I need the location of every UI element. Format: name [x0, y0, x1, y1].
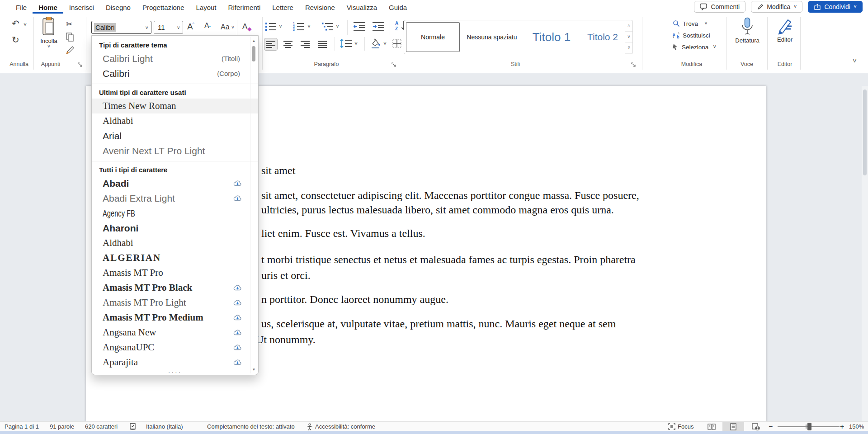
- clear-formatting-button[interactable]: A◆: [242, 22, 252, 31]
- align-center-button[interactable]: [281, 38, 295, 51]
- chevron-down-icon[interactable]: ˅: [279, 24, 282, 29]
- font-item-amasis-mt-pro-black[interactable]: Amasis MT Pro Black: [92, 280, 258, 295]
- dropdown-resize-handle[interactable]: ····: [92, 369, 258, 375]
- style-titolo-1[interactable]: Titolo 1: [524, 22, 579, 52]
- font-item-aharoni[interactable]: Aharoni: [92, 221, 258, 236]
- font-item-algerian[interactable]: ALGERIAN: [92, 250, 258, 265]
- print-layout-view-button[interactable]: [722, 422, 744, 431]
- menu-tab-inserisci[interactable]: Inserisci: [63, 1, 100, 14]
- web-layout-view-button[interactable]: [745, 422, 767, 431]
- share-button[interactable]: Condividi ˅: [808, 1, 863, 13]
- menu-tab-guida[interactable]: Guida: [383, 1, 413, 14]
- font-item-abadi[interactable]: Abadi: [92, 176, 258, 191]
- menu-tab-riferimenti[interactable]: Riferimenti: [222, 1, 267, 14]
- read-mode-view-button[interactable]: [701, 422, 722, 431]
- numbering-button[interactable]: 123: [293, 21, 304, 31]
- document-scrollbar-thumb[interactable]: [863, 90, 867, 175]
- chevron-down-icon[interactable]: ˅: [146, 25, 151, 30]
- font-family-combobox[interactable]: Calibri ˅: [91, 21, 151, 34]
- cut-button[interactable]: ✂: [66, 20, 72, 29]
- zoom-in-button[interactable]: +: [840, 423, 844, 431]
- paragraph-dialog-launcher[interactable]: [392, 62, 396, 67]
- focus-mode-button[interactable]: Focus: [668, 423, 693, 430]
- grow-font-button[interactable]: Aˆ: [187, 22, 194, 32]
- collapse-ribbon-chevron[interactable]: ˅: [853, 59, 857, 63]
- cloud-download-icon[interactable]: [233, 194, 242, 202]
- accessibility-status[interactable]: Accessibilità: conforme: [307, 423, 375, 430]
- font-item-angsanaupc[interactable]: AngsanaUPC: [92, 340, 258, 355]
- word-count-status[interactable]: 91 parole: [50, 423, 74, 430]
- replace-button[interactable]: ab Sostituisci: [673, 32, 710, 39]
- menu-tab-home[interactable]: Home: [33, 1, 63, 14]
- font-item-amasis-mt-pro-medium[interactable]: Amasis MT Pro Medium: [92, 310, 258, 325]
- font-item-avenir-next-lt-pro-light[interactable]: Avenir Next LT Pro Light: [92, 143, 258, 158]
- dropdown-scrollbar-thumb[interactable]: [252, 46, 255, 61]
- scroll-down-arrow[interactable]: ▼: [250, 368, 257, 372]
- chevron-down-icon[interactable]: ˅: [177, 25, 183, 30]
- decrease-indent-button[interactable]: [354, 22, 365, 31]
- cloud-download-icon[interactable]: [233, 344, 242, 351]
- dictate-button[interactable]: Dettatura: [731, 17, 763, 44]
- zoom-slider-thumb[interactable]: [807, 423, 811, 430]
- editing-mode-button[interactable]: Modifica ˅: [751, 1, 802, 13]
- cloud-download-icon[interactable]: [233, 179, 242, 187]
- chevron-down-icon[interactable]: ˅: [336, 24, 339, 29]
- change-case-button[interactable]: Aa˅: [221, 23, 235, 31]
- clipboard-dialog-launcher[interactable]: [78, 62, 83, 67]
- style-normale[interactable]: Normale: [406, 22, 460, 52]
- undo-button[interactable]: ↶: [12, 19, 19, 28]
- font-size-combobox[interactable]: 11 ˅: [154, 21, 183, 34]
- align-right-button[interactable]: [298, 38, 312, 51]
- language-status[interactable]: Italiano (Italia): [146, 423, 183, 430]
- menu-tab-progettazione[interactable]: Progettazione: [137, 1, 190, 14]
- font-item-abadi-extra-light[interactable]: Abadi Extra Light: [92, 191, 258, 206]
- document-scrollbar[interactable]: [862, 86, 868, 422]
- text-completion-status[interactable]: Completamento del testo: attivato: [207, 423, 295, 430]
- chevron-down-icon[interactable]: ˅: [383, 42, 387, 46]
- cloud-download-icon[interactable]: [233, 284, 242, 291]
- menu-tab-visualizza[interactable]: Visualizza: [341, 1, 383, 14]
- chevron-down-icon[interactable]: ˅: [354, 42, 358, 46]
- align-left-button[interactable]: [264, 38, 278, 51]
- style-titolo-2[interactable]: Titolo 2: [581, 22, 624, 52]
- font-item-calibri-light[interactable]: Calibri Light(Titoli): [92, 51, 258, 66]
- font-item-amasis-mt-pro-light[interactable]: Amasis MT Pro Light: [92, 295, 258, 310]
- font-item-calibri[interactable]: Calibri(Corpo): [92, 66, 258, 81]
- cloud-download-icon[interactable]: [233, 299, 242, 306]
- comments-button[interactable]: Commenti: [694, 1, 745, 13]
- styles-expand-gallery[interactable]: ˅: [625, 42, 632, 54]
- font-item-angsana-new[interactable]: Angsana New: [92, 325, 258, 340]
- borders-button[interactable]: [392, 39, 401, 48]
- styles-scroll-down[interactable]: ˅: [625, 32, 632, 43]
- menu-tab-revisione[interactable]: Revisione: [299, 1, 341, 14]
- styles-scroll-up[interactable]: ˄: [625, 20, 632, 32]
- copy-button[interactable]: [66, 33, 74, 42]
- chevron-down-icon[interactable]: ˅: [307, 24, 311, 29]
- page-number-status[interactable]: Pagina 1 di 1: [5, 423, 39, 430]
- redo-button[interactable]: ↻: [12, 35, 19, 44]
- cloud-download-icon[interactable]: [233, 329, 242, 336]
- justify-button[interactable]: [316, 38, 329, 51]
- paste-button[interactable]: Incolla ˅: [36, 16, 61, 49]
- font-item-times-new-roman[interactable]: Times New Roman: [92, 99, 258, 113]
- scroll-up-arrow[interactable]: ▲: [250, 39, 257, 43]
- line-spacing-button[interactable]: [340, 39, 352, 48]
- bullets-button[interactable]: [265, 22, 276, 31]
- styles-dialog-launcher[interactable]: [631, 62, 636, 67]
- zoom-level[interactable]: 150%: [849, 423, 864, 430]
- menu-tab-lettere[interactable]: Lettere: [266, 1, 299, 14]
- font-item-aldhabi[interactable]: Aldhabi: [92, 113, 258, 128]
- cloud-download-icon[interactable]: [233, 359, 242, 366]
- shading-button[interactable]: [370, 38, 381, 48]
- proofing-book-icon[interactable]: [129, 423, 136, 430]
- style-nessuna-spaziatura[interactable]: Nessuna spaziatu: [462, 22, 521, 52]
- zoom-out-button[interactable]: −: [769, 423, 773, 431]
- shrink-font-button[interactable]: Aˇ: [204, 22, 211, 30]
- cloud-download-icon[interactable]: [233, 314, 242, 321]
- menu-tab-file[interactable]: File: [10, 1, 33, 14]
- editor-button[interactable]: Editor: [772, 17, 797, 43]
- find-button[interactable]: Trova ˅: [673, 20, 708, 27]
- menu-tab-disegno[interactable]: Disegno: [100, 1, 137, 14]
- font-item-aldhabi[interactable]: Aldhabi: [92, 236, 258, 250]
- format-painter-button[interactable]: [66, 45, 75, 55]
